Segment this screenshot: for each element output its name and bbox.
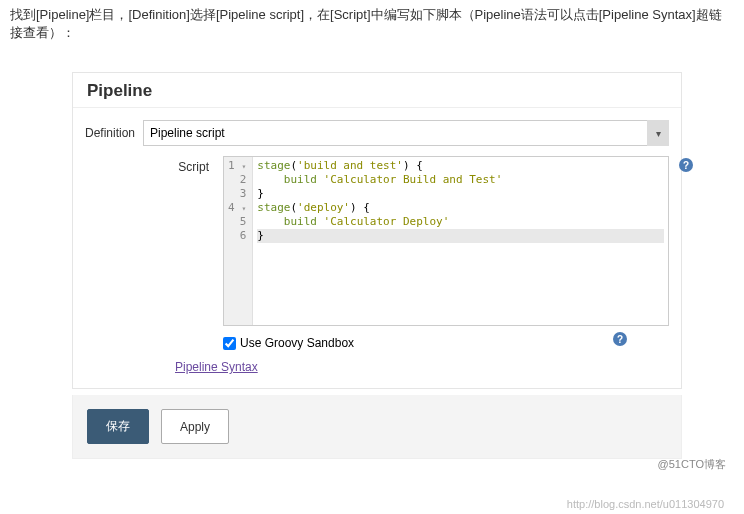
help-icon[interactable]: ? (679, 158, 693, 172)
help-icon[interactable]: ? (613, 332, 627, 346)
editor-gutter: 1 ▾234 ▾56 (224, 157, 253, 325)
definition-select[interactable]: Pipeline script (143, 120, 669, 146)
definition-row: Definition Pipeline script ▾ (73, 108, 681, 150)
apply-button[interactable]: Apply (161, 409, 229, 444)
script-editor[interactable]: 1 ▾234 ▾56 stage('build and test') { bui… (223, 156, 669, 326)
script-label: Script (73, 156, 223, 326)
definition-select-wrap: Pipeline script ▾ (143, 120, 669, 146)
button-bar: 保存 Apply http://blog.csdn.net/u011304970 (72, 395, 682, 459)
watermark-overlay: @51CTO博客 (0, 457, 726, 472)
intro-text: 找到[Pipeline]栏目，[Definition]选择[Pipeline s… (0, 0, 744, 48)
editor-area: 1 ▾234 ▾56 stage('build and test') { bui… (223, 156, 669, 326)
definition-label: Definition (85, 126, 143, 140)
script-row: Script 1 ▾234 ▾56 stage('build and test'… (73, 150, 681, 326)
sandbox-checkbox[interactable] (223, 337, 236, 350)
pipeline-panel: Pipeline Definition Pipeline script ▾ Sc… (72, 72, 682, 389)
panel-title: Pipeline (73, 73, 681, 108)
sandbox-row: Use Groovy Sandbox ? (223, 336, 681, 350)
syntax-row: Pipeline Syntax (175, 360, 681, 374)
pipeline-syntax-link[interactable]: Pipeline Syntax (175, 360, 258, 374)
save-button[interactable]: 保存 (87, 409, 149, 444)
editor-code[interactable]: stage('build and test') { build 'Calcula… (253, 157, 668, 325)
sandbox-label: Use Groovy Sandbox (240, 336, 354, 350)
